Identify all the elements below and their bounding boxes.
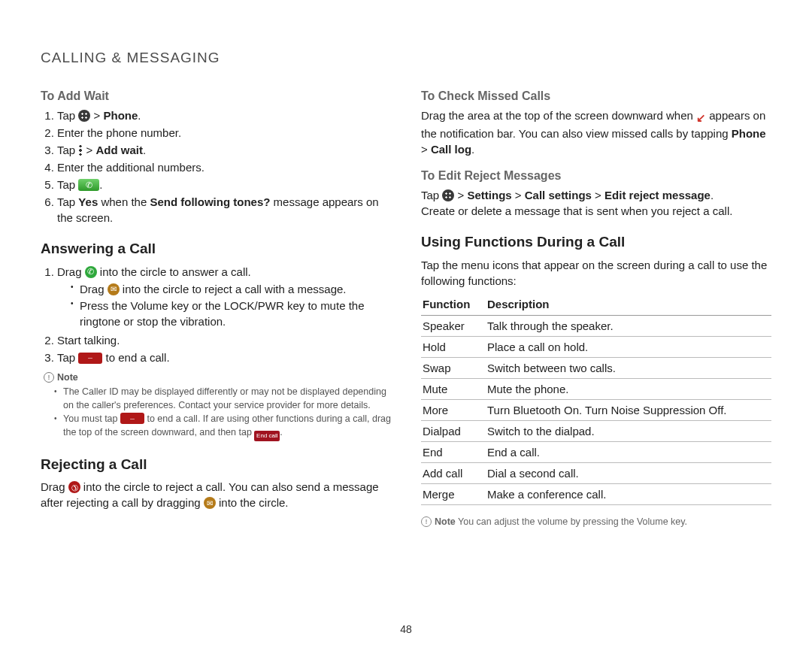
reject-with-message-icon — [204, 497, 216, 509]
during-call-intro: Tap the menu icons that appear on the sc… — [421, 257, 771, 289]
left-column: To Add Wait Tap > Phone. Enter the phone… — [41, 82, 391, 529]
answer-sub-bullets: Drag into the circle to reject a call wi… — [57, 281, 391, 329]
table-row: Add callDial a second call. — [421, 462, 771, 483]
end-call-pill-icon: End call — [254, 431, 280, 441]
function-name: Mute — [421, 378, 486, 399]
table-row: MoreTurn Bluetooth On. Turn Noise Suppre… — [421, 399, 771, 420]
function-description: Switch to the dialpad. — [486, 420, 771, 441]
note-header: !Note — [44, 372, 78, 383]
end-call-button-icon — [120, 413, 144, 424]
note-bullets: The Caller ID may be displayed different… — [44, 386, 391, 441]
two-column-layout: To Add Wait Tap > Phone. Enter the phone… — [41, 82, 771, 529]
add-wait-heading: To Add Wait — [41, 88, 391, 104]
table-row: MuteMute the phone. — [421, 378, 771, 399]
step: Enter the additional numbers. — [57, 159, 391, 175]
table-row: HoldPlace a call on hold. — [421, 336, 771, 357]
missed-calls-body: Drag the area at the top of the screen d… — [421, 107, 771, 157]
col-function: Function — [421, 293, 486, 316]
function-name: Add call — [421, 462, 486, 483]
bullet: You must tap to end a call. If are using… — [54, 413, 391, 441]
col-description: Description — [486, 293, 771, 316]
step: Tap > Phone. — [57, 107, 391, 123]
function-description: Mute the phone. — [486, 378, 771, 399]
right-column: To Check Missed Calls Drag the area at t… — [421, 82, 771, 529]
function-description: Make a conference call. — [486, 483, 771, 504]
reject-with-message-icon — [108, 283, 120, 295]
table-row: MergeMake a conference call. — [421, 483, 771, 504]
during-call-heading: Using Functions During a Call — [421, 232, 771, 253]
rejecting-body: Drag into the circle to reject a call. Y… — [41, 479, 391, 510]
missed-calls-heading: To Check Missed Calls — [421, 88, 771, 104]
table-row: SpeakerTalk through the speaker. — [421, 315, 771, 336]
answering-steps: Drag into the circle to answer a call. D… — [41, 264, 391, 365]
step: Tap > Add wait. — [57, 142, 391, 158]
function-name: Hold — [421, 336, 486, 357]
missed-call-icon: ↙ — [696, 110, 706, 126]
function-name: Speaker — [421, 315, 486, 336]
note-icon: ! — [421, 516, 432, 527]
edit-reject-body: Tap > Settings > Call settings > Edit re… — [421, 187, 771, 219]
function-name: More — [421, 399, 486, 420]
answering-heading: Answering a Call — [41, 239, 391, 259]
step: Enter the phone number. — [57, 125, 391, 141]
note-block: !Note You can adjust the volume by press… — [421, 516, 771, 529]
apps-icon — [78, 110, 90, 122]
end-call-button-icon — [78, 353, 102, 364]
edit-reject-heading: To Edit Reject Messages — [421, 168, 771, 184]
bullet: Press the Volume key or the LOCK/PWR key… — [71, 298, 391, 329]
overflow-menu-icon — [78, 144, 83, 156]
note-block: !Note The Caller ID may be displayed dif… — [41, 371, 391, 441]
function-name: Merge — [421, 483, 486, 504]
table-row: SwapSwitch between two calls. — [421, 357, 771, 378]
bullet: The Caller ID may be displayed different… — [54, 386, 391, 412]
step: Start talking. — [57, 332, 391, 348]
apps-icon — [442, 189, 454, 201]
functions-table: Function Description SpeakerTalk through… — [421, 293, 771, 505]
function-description: Talk through the speaker. — [486, 315, 771, 336]
function-description: End a call. — [486, 441, 771, 462]
function-description: Dial a second call. — [486, 462, 771, 483]
step: Tap . — [57, 177, 391, 192]
call-button-icon — [78, 179, 99, 191]
function-description: Switch between two calls. — [486, 357, 771, 378]
add-wait-steps: Tap > Phone. Enter the phone number. Tap… — [41, 107, 391, 226]
chapter-title: CALLING & MESSAGING — [41, 48, 771, 68]
manual-page: CALLING & MESSAGING To Add Wait Tap > Ph… — [0, 0, 812, 654]
note-icon: ! — [44, 372, 54, 383]
answer-call-icon — [85, 266, 97, 278]
function-description: Place a call on hold. — [486, 336, 771, 357]
function-name: End — [421, 441, 486, 462]
function-name: Swap — [421, 357, 486, 378]
table-row: DialpadSwitch to the dialpad. — [421, 420, 771, 441]
function-description: Turn Bluetooth On. Turn Noise Suppressio… — [486, 399, 771, 420]
step: Tap to end a call. — [57, 350, 391, 365]
bullet: Drag into the circle to reject a call wi… — [71, 281, 391, 297]
table-row: EndEnd a call. — [421, 441, 771, 462]
page-number: 48 — [0, 622, 812, 637]
reject-call-icon — [68, 481, 80, 493]
step: Tap Yes when the Send following tones? m… — [57, 194, 391, 226]
step: Drag into the circle to answer a call. D… — [57, 264, 391, 329]
function-name: Dialpad — [421, 420, 486, 441]
rejecting-heading: Rejecting a Call — [41, 455, 391, 475]
